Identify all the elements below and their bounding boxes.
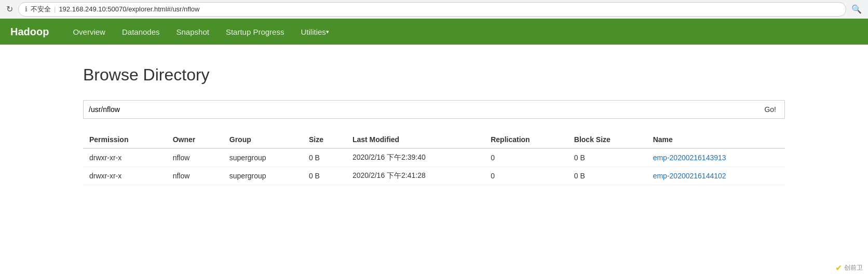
nav-overview[interactable]: Overview <box>64 19 114 45</box>
main-content: Browse Directory Go! Permission Owner Gr… <box>0 45 868 206</box>
navbar: Hadoop Overview Datanodes Snapshot Start… <box>0 19 868 45</box>
go-button[interactable]: Go! <box>756 100 785 119</box>
table-row: drwxr-xr-x nflow supergroup 0 B 2020/2/1… <box>83 148 785 167</box>
directory-table: Permission Owner Group Size Last Modifie… <box>83 131 785 185</box>
security-icon: ℹ <box>25 5 28 13</box>
col-header-group: Group <box>223 131 303 148</box>
col-header-owner: Owner <box>167 131 223 148</box>
cell-last-modified: 2020/2/16 下午2:39:40 <box>346 148 484 167</box>
cell-name[interactable]: emp-20200216143913 <box>647 148 785 167</box>
navbar-links: Overview Datanodes Snapshot Startup Prog… <box>64 19 337 45</box>
cell-block-size: 0 B <box>568 148 647 167</box>
col-header-block-size: Block Size <box>568 131 647 148</box>
nav-snapshot[interactable]: Snapshot <box>168 19 218 45</box>
path-input[interactable] <box>83 100 756 119</box>
col-header-permission: Permission <box>83 131 167 148</box>
search-icon[interactable]: 🔍 <box>851 4 862 14</box>
url-text: 192.168.249.10:50070/explorer.html#/usr/… <box>59 5 839 13</box>
cell-last-modified: 2020/2/16 下午2:41:28 <box>346 167 484 185</box>
security-label: 不安全 <box>31 5 51 14</box>
page-title: Browse Directory <box>83 65 785 85</box>
refresh-icon[interactable]: ↻ <box>6 4 13 14</box>
cell-permission: drwxr-xr-x <box>83 167 167 185</box>
cell-size: 0 B <box>303 148 346 167</box>
col-header-last-modified: Last Modified <box>346 131 484 148</box>
cell-size: 0 B <box>303 167 346 185</box>
nav-datanodes[interactable]: Datanodes <box>114 19 168 45</box>
cell-name[interactable]: emp-20200216144102 <box>647 167 785 185</box>
col-header-size: Size <box>303 131 346 148</box>
nav-startup-progress[interactable]: Startup Progress <box>218 19 293 45</box>
table-row: drwxr-xr-x nflow supergroup 0 B 2020/2/1… <box>83 167 785 185</box>
separator: | <box>54 5 56 13</box>
table-header-row: Permission Owner Group Size Last Modifie… <box>83 131 785 148</box>
cell-group: supergroup <box>223 167 303 185</box>
cell-block-size: 0 B <box>568 167 647 185</box>
cell-group: supergroup <box>223 148 303 167</box>
cell-replication: 0 <box>484 148 568 167</box>
cell-replication: 0 <box>484 167 568 185</box>
navbar-brand[interactable]: Hadoop <box>10 26 49 38</box>
name-link[interactable]: emp-20200216144102 <box>653 172 726 180</box>
col-header-name: Name <box>647 131 785 148</box>
cell-owner: nflow <box>167 148 223 167</box>
cell-permission: drwxr-xr-x <box>83 148 167 167</box>
address-bar[interactable]: ℹ 不安全 | 192.168.249.10:50070/explorer.ht… <box>18 2 846 17</box>
cell-owner: nflow <box>167 167 223 185</box>
path-row: Go! <box>83 100 785 119</box>
browser-bar: ↻ ℹ 不安全 | 192.168.249.10:50070/explorer.… <box>0 0 868 19</box>
col-header-replication: Replication <box>484 131 568 148</box>
nav-utilities[interactable]: Utilities <box>292 19 337 45</box>
name-link[interactable]: emp-20200216143913 <box>653 154 726 162</box>
